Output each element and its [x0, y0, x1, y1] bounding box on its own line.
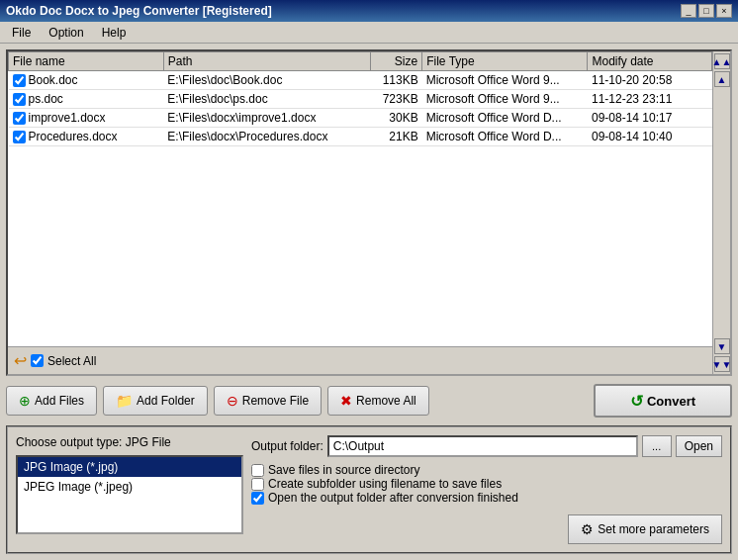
gear-icon: ⚙ [581, 521, 594, 537]
button-bar: ⊕ Add Files 📁 Add Folder ⊖ Remove File ✖… [6, 380, 732, 421]
file-checkbox-1[interactable] [13, 93, 26, 106]
select-all-label[interactable]: Select All [47, 354, 96, 368]
col-header-size: Size [370, 52, 421, 71]
output-type-item-0[interactable]: JPG Image (*.jpg) [18, 457, 241, 477]
menu-bar: File Option Help [0, 22, 738, 44]
title-bar: Okdo Doc Docx to Jpeg Converter [Registe… [0, 0, 738, 22]
select-all-row: ↩ Select All [8, 346, 730, 374]
output-type-selected: JPG File [126, 435, 171, 449]
title-bar-text: Okdo Doc Docx to Jpeg Converter [Registe… [6, 4, 272, 18]
checkbox-option-2: Open the output folder after conversion … [251, 491, 722, 505]
browse-button[interactable]: ... [642, 435, 672, 457]
title-bar-buttons: _ □ × [681, 4, 732, 18]
remove-file-icon: ⊖ [227, 393, 238, 409]
remove-file-label: Remove File [242, 394, 309, 408]
checkbox-option-0: Save files in source directory [251, 463, 722, 477]
scroll-up-button[interactable]: ▲ [714, 71, 730, 87]
set-params-button[interactable]: ⚙ Set more parameters [568, 514, 722, 544]
file-checkbox-2[interactable] [13, 112, 26, 125]
output-type-label: Choose output type: JPG File [16, 435, 243, 449]
add-files-icon: ⊕ [19, 393, 31, 409]
scroll-bottom-button[interactable]: ▼▼ [714, 356, 730, 372]
option-checkbox-2[interactable] [251, 492, 264, 505]
output-folder-row: Output folder: ... Open [251, 435, 722, 457]
add-files-button[interactable]: ⊕ Add Files [6, 386, 97, 416]
output-options-panel: Output folder: ... Open Save files in so… [251, 435, 722, 544]
checkbox-option-1: Create subfolder using filename to save … [251, 477, 722, 491]
remove-all-label: Remove All [356, 394, 416, 408]
col-header-name: File name [9, 52, 164, 71]
convert-icon: ↺ [630, 392, 643, 411]
option-checkbox-1[interactable] [251, 478, 264, 491]
table-row[interactable]: ps.docE:\Files\doc\ps.doc723KBMicrosoft … [9, 90, 712, 109]
file-checkbox-3[interactable] [13, 131, 26, 143]
scroll-down-button[interactable]: ▼ [714, 338, 730, 354]
remove-all-icon: ✖ [340, 393, 352, 409]
minimize-button[interactable]: _ [681, 4, 696, 18]
checkbox-options: Save files in source directoryCreate sub… [251, 463, 722, 505]
col-header-type: File Type [422, 52, 588, 71]
output-type-panel: Choose output type: JPG File JPG Image (… [16, 435, 243, 544]
file-table: File name Path Size File Type Modify dat… [8, 51, 712, 146]
select-all-checkbox[interactable] [31, 354, 44, 367]
menu-file[interactable]: File [4, 24, 39, 42]
table-row[interactable]: Procedures.docxE:\Files\docx\Procedures.… [9, 128, 712, 146]
add-files-label: Add Files [35, 394, 84, 408]
menu-help[interactable]: Help [94, 24, 135, 42]
add-folder-button[interactable]: 📁 Add Folder [103, 386, 208, 416]
remove-file-button[interactable]: ⊖ Remove File [214, 386, 322, 416]
output-folder-label: Output folder: [251, 439, 323, 453]
output-folder-input[interactable] [327, 435, 638, 457]
maximize-button[interactable]: □ [698, 4, 714, 18]
main-window: File name Path Size File Type Modify dat… [0, 44, 738, 560]
file-list-container: File name Path Size File Type Modify dat… [6, 49, 732, 376]
output-type-list[interactable]: JPG Image (*.jpg)JPEG Image (*.jpeg) [16, 455, 243, 534]
output-type-item-1[interactable]: JPEG Image (*.jpeg) [18, 477, 241, 497]
file-checkbox-0[interactable] [13, 74, 26, 87]
scroll-top-button[interactable]: ▲▲ [714, 53, 730, 69]
file-list-inner: File name Path Size File Type Modify dat… [8, 51, 730, 346]
menu-option[interactable]: Option [41, 24, 91, 42]
option-checkbox-0[interactable] [251, 464, 264, 477]
open-button[interactable]: Open [676, 435, 722, 457]
col-header-date: Modify date [588, 52, 712, 71]
set-params-label: Set more parameters [598, 522, 709, 536]
convert-label: Convert [647, 394, 695, 409]
table-row[interactable]: improve1.docxE:\Files\docx\improve1.docx… [9, 109, 712, 128]
table-row[interactable]: Book.docE:\Files\doc\Book.doc113KBMicros… [9, 71, 712, 90]
close-button[interactable]: × [716, 4, 732, 18]
bottom-panel: Choose output type: JPG File JPG Image (… [6, 425, 732, 554]
add-folder-label: Add Folder [137, 394, 195, 408]
back-icon[interactable]: ↩ [14, 351, 27, 370]
scroll-buttons: ▲▲ ▲ ▼ ▼▼ [712, 51, 730, 374]
col-header-path: Path [163, 52, 370, 71]
remove-all-button[interactable]: ✖ Remove All [327, 386, 429, 416]
add-folder-icon: 📁 [116, 393, 133, 409]
convert-button[interactable]: ↺ Convert [594, 384, 732, 418]
